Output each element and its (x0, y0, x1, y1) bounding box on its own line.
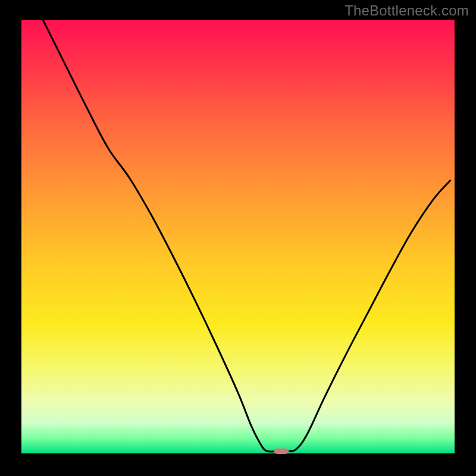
watermark-text: TheBottleneck.com (345, 2, 469, 19)
chart-svg (0, 0, 476, 476)
bottleneck-chart: TheBottleneck.com (0, 0, 476, 476)
optimal-marker (274, 449, 289, 454)
chart-background (21, 20, 455, 453)
